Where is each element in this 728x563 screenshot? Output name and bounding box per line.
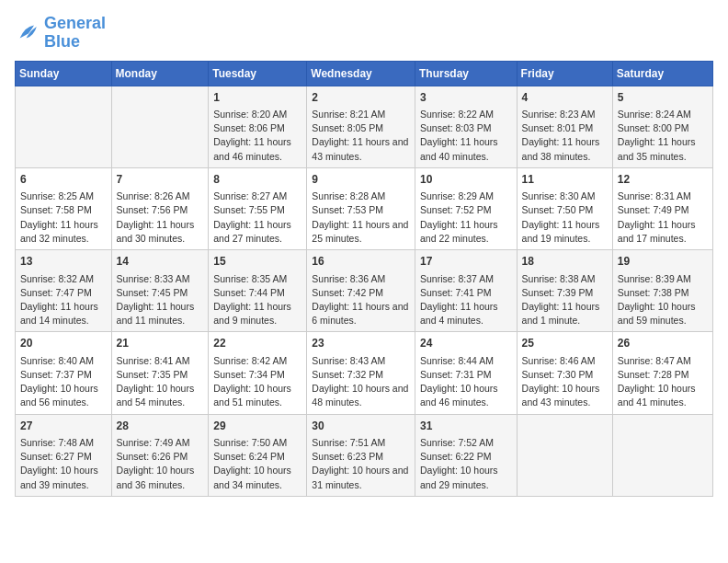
day-number: 26: [618, 336, 708, 351]
calendar-cell: 14Sunrise: 8:33 AM Sunset: 7:45 PM Dayli…: [111, 250, 209, 332]
day-info: Sunrise: 8:39 AM Sunset: 7:38 PM Dayligh…: [618, 272, 708, 328]
calendar-week-2: 6Sunrise: 8:25 AM Sunset: 7:58 PM Daylig…: [16, 167, 713, 249]
day-number: 2: [312, 90, 410, 106]
day-number: 14: [117, 254, 204, 270]
day-number: 4: [522, 90, 608, 106]
day-number: 19: [618, 254, 708, 270]
day-number: 3: [420, 90, 512, 106]
day-number: 5: [618, 90, 708, 106]
calendar-cell: 26Sunrise: 8:47 AM Sunset: 7:28 PM Dayli…: [612, 332, 712, 414]
day-number: 31: [420, 419, 512, 434]
calendar-cell: 23Sunrise: 8:43 AM Sunset: 7:32 PM Dayli…: [307, 332, 415, 414]
calendar-cell: [612, 414, 712, 496]
logo-icon: [15, 20, 40, 46]
calendar-cell: 2Sunrise: 8:21 AM Sunset: 8:05 PM Daylig…: [307, 86, 415, 167]
calendar-cell: 29Sunrise: 7:50 AM Sunset: 6:24 PM Dayli…: [209, 414, 307, 496]
day-info: Sunrise: 8:44 AM Sunset: 7:31 PM Dayligh…: [420, 354, 512, 410]
day-info: Sunrise: 8:35 AM Sunset: 7:44 PM Dayligh…: [213, 272, 301, 328]
calendar-cell: 11Sunrise: 8:30 AM Sunset: 7:50 PM Dayli…: [517, 167, 612, 249]
day-info: Sunrise: 8:24 AM Sunset: 8:00 PM Dayligh…: [618, 108, 708, 164]
day-info: Sunrise: 8:46 AM Sunset: 7:30 PM Dayligh…: [522, 354, 608, 410]
day-info: Sunrise: 7:48 AM Sunset: 6:27 PM Dayligh…: [20, 436, 107, 492]
calendar-week-4: 20Sunrise: 8:40 AM Sunset: 7:37 PM Dayli…: [16, 332, 713, 414]
day-number: 30: [312, 419, 410, 434]
day-info: Sunrise: 8:38 AM Sunset: 7:39 PM Dayligh…: [522, 272, 608, 328]
day-info: Sunrise: 8:42 AM Sunset: 7:34 PM Dayligh…: [213, 354, 301, 410]
day-info: Sunrise: 8:26 AM Sunset: 7:56 PM Dayligh…: [117, 190, 204, 246]
day-info: Sunrise: 7:49 AM Sunset: 6:26 PM Dayligh…: [117, 436, 204, 492]
calendar-cell: 5Sunrise: 8:24 AM Sunset: 8:00 PM Daylig…: [612, 86, 712, 167]
day-info: Sunrise: 8:33 AM Sunset: 7:45 PM Dayligh…: [117, 272, 204, 328]
day-info: Sunrise: 8:41 AM Sunset: 7:35 PM Dayligh…: [117, 354, 204, 410]
calendar-cell: 19Sunrise: 8:39 AM Sunset: 7:38 PM Dayli…: [612, 250, 712, 332]
calendar-week-5: 27Sunrise: 7:48 AM Sunset: 6:27 PM Dayli…: [16, 414, 713, 496]
calendar-cell: 31Sunrise: 7:52 AM Sunset: 6:22 PM Dayli…: [415, 414, 517, 496]
calendar-cell: 22Sunrise: 8:42 AM Sunset: 7:34 PM Dayli…: [209, 332, 307, 414]
column-header-thursday: Thursday: [415, 61, 517, 86]
calendar-cell: 9Sunrise: 8:28 AM Sunset: 7:53 PM Daylig…: [307, 167, 415, 249]
calendar-cell: 10Sunrise: 8:29 AM Sunset: 7:52 PM Dayli…: [415, 167, 517, 249]
calendar-cell: 1Sunrise: 8:20 AM Sunset: 8:06 PM Daylig…: [209, 86, 307, 167]
column-header-sunday: Sunday: [16, 61, 112, 86]
day-info: Sunrise: 8:30 AM Sunset: 7:50 PM Dayligh…: [522, 190, 608, 246]
day-number: 7: [117, 172, 204, 188]
calendar-cell: [111, 86, 209, 167]
day-number: 11: [522, 172, 608, 188]
day-info: Sunrise: 8:23 AM Sunset: 8:01 PM Dayligh…: [522, 108, 608, 164]
day-number: 6: [20, 172, 107, 188]
calendar-cell: 13Sunrise: 8:32 AM Sunset: 7:47 PM Dayli…: [16, 250, 112, 332]
day-number: 15: [213, 254, 301, 270]
calendar-cell: 17Sunrise: 8:37 AM Sunset: 7:41 PM Dayli…: [415, 250, 517, 332]
calendar-cell: 30Sunrise: 7:51 AM Sunset: 6:23 PM Dayli…: [307, 414, 415, 496]
page-header: General Blue: [15, 15, 713, 52]
day-info: Sunrise: 8:40 AM Sunset: 7:37 PM Dayligh…: [20, 354, 107, 410]
logo: General Blue: [15, 15, 106, 52]
column-header-tuesday: Tuesday: [209, 61, 307, 86]
day-number: 10: [420, 172, 512, 188]
column-header-saturday: Saturday: [612, 61, 712, 86]
calendar-cell: 3Sunrise: 8:22 AM Sunset: 8:03 PM Daylig…: [415, 86, 517, 167]
day-number: 27: [20, 419, 107, 434]
day-number: 16: [312, 254, 410, 270]
day-info: Sunrise: 7:50 AM Sunset: 6:24 PM Dayligh…: [213, 436, 301, 492]
calendar-cell: 4Sunrise: 8:23 AM Sunset: 8:01 PM Daylig…: [517, 86, 612, 167]
day-info: Sunrise: 7:51 AM Sunset: 6:23 PM Dayligh…: [312, 436, 410, 492]
day-number: 20: [20, 336, 107, 351]
day-info: Sunrise: 8:43 AM Sunset: 7:32 PM Dayligh…: [312, 354, 410, 410]
day-number: 1: [213, 90, 301, 106]
day-info: Sunrise: 8:21 AM Sunset: 8:05 PM Dayligh…: [312, 108, 410, 164]
day-number: 9: [312, 172, 410, 188]
day-number: 8: [213, 172, 301, 188]
logo-text: General Blue: [44, 15, 106, 52]
day-number: 13: [20, 254, 107, 270]
calendar-cell: 7Sunrise: 8:26 AM Sunset: 7:56 PM Daylig…: [111, 167, 209, 249]
column-header-wednesday: Wednesday: [307, 61, 415, 86]
calendar-week-3: 13Sunrise: 8:32 AM Sunset: 7:47 PM Dayli…: [16, 250, 713, 332]
calendar-cell: 8Sunrise: 8:27 AM Sunset: 7:55 PM Daylig…: [209, 167, 307, 249]
calendar-week-1: 1Sunrise: 8:20 AM Sunset: 8:06 PM Daylig…: [16, 86, 713, 167]
day-info: Sunrise: 8:32 AM Sunset: 7:47 PM Dayligh…: [20, 272, 107, 328]
column-header-friday: Friday: [517, 61, 612, 86]
calendar-cell: 28Sunrise: 7:49 AM Sunset: 6:26 PM Dayli…: [111, 414, 209, 496]
day-info: Sunrise: 8:36 AM Sunset: 7:42 PM Dayligh…: [312, 272, 410, 328]
day-number: 25: [522, 336, 608, 351]
day-info: Sunrise: 8:37 AM Sunset: 7:41 PM Dayligh…: [420, 272, 512, 328]
day-info: Sunrise: 8:29 AM Sunset: 7:52 PM Dayligh…: [420, 190, 512, 246]
day-number: 12: [618, 172, 708, 188]
calendar-cell: 20Sunrise: 8:40 AM Sunset: 7:37 PM Dayli…: [16, 332, 112, 414]
day-number: 18: [522, 254, 608, 270]
calendar-cell: 27Sunrise: 7:48 AM Sunset: 6:27 PM Dayli…: [16, 414, 112, 496]
day-info: Sunrise: 8:25 AM Sunset: 7:58 PM Dayligh…: [20, 190, 107, 246]
day-info: Sunrise: 8:31 AM Sunset: 7:49 PM Dayligh…: [618, 190, 708, 246]
calendar-cell: [517, 414, 612, 496]
calendar-cell: 21Sunrise: 8:41 AM Sunset: 7:35 PM Dayli…: [111, 332, 209, 414]
day-number: 29: [213, 419, 301, 434]
calendar-table: SundayMondayTuesdayWednesdayThursdayFrid…: [15, 61, 713, 497]
calendar-cell: 16Sunrise: 8:36 AM Sunset: 7:42 PM Dayli…: [307, 250, 415, 332]
day-number: 24: [420, 336, 512, 351]
day-info: Sunrise: 8:28 AM Sunset: 7:53 PM Dayligh…: [312, 190, 410, 246]
calendar-cell: 18Sunrise: 8:38 AM Sunset: 7:39 PM Dayli…: [517, 250, 612, 332]
day-info: Sunrise: 8:47 AM Sunset: 7:28 PM Dayligh…: [618, 354, 708, 410]
calendar-cell: [16, 86, 112, 167]
day-number: 22: [213, 336, 301, 351]
